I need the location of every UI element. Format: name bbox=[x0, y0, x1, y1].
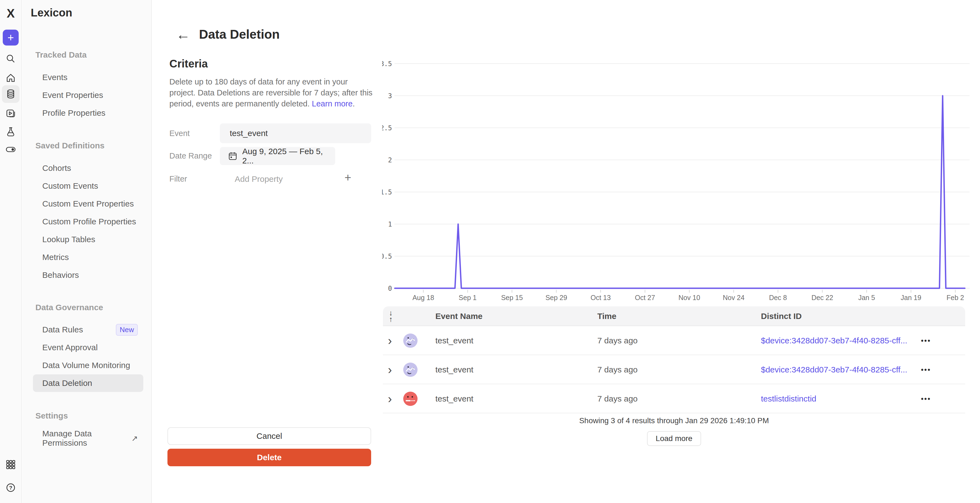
column-header-distinct-id[interactable]: Distinct ID bbox=[761, 306, 802, 326]
sidebar-item-custom-events[interactable]: Custom Events bbox=[33, 177, 143, 195]
sidebar-item-label: Profile Properties bbox=[42, 108, 105, 117]
criteria-heading: Criteria bbox=[169, 57, 208, 70]
event-label: Event bbox=[169, 129, 190, 138]
sidebar-item-events[interactable]: Events bbox=[33, 68, 143, 86]
table-row[interactable]: › test_event 7 days ago $device:3428dd07… bbox=[383, 326, 965, 355]
event-volume-chart: 00.511.522.533.5Aug 18Sep 1Sep 15Sep 29O… bbox=[382, 59, 975, 306]
delete-button[interactable]: Delete bbox=[167, 449, 371, 466]
row-event-name: test_event bbox=[435, 355, 473, 384]
back-arrow-icon[interactable]: ← bbox=[174, 26, 192, 43]
help-icon[interactable]: ? bbox=[2, 479, 19, 497]
ellipsis-icon[interactable]: ••• bbox=[921, 384, 931, 413]
event-input[interactable]: test_event bbox=[220, 124, 371, 143]
lexicon-sidebar: Lexicon Tracked Data Events Event Proper… bbox=[22, 0, 152, 503]
external-link-icon: ↗ bbox=[132, 434, 138, 443]
sidebar-item-event-approval[interactable]: Event Approval bbox=[33, 339, 143, 356]
sidebar-item-label: Custom Events bbox=[42, 181, 98, 190]
table-row[interactable]: › test_event 7 days ago testlistdistinct… bbox=[383, 384, 965, 413]
table-header-row: ↓↑ Event Name Time Distinct ID bbox=[383, 306, 965, 326]
sidebar-item-label: Cohorts bbox=[42, 163, 71, 173]
svg-text:0.5: 0.5 bbox=[382, 252, 392, 260]
svg-text:3: 3 bbox=[388, 92, 392, 100]
svg-text:Feb 2: Feb 2 bbox=[947, 294, 964, 301]
load-more-button[interactable]: Load more bbox=[647, 431, 702, 446]
row-distinct-id-link[interactable]: $device:3428dd07-3eb7-4f40-8285-cff... bbox=[761, 355, 907, 384]
learn-more-link[interactable]: Learn more bbox=[312, 99, 352, 108]
sidebar-item-label: Data Volume Monitoring bbox=[42, 361, 130, 370]
sidebar-item-lookup-tables[interactable]: Lookup Tables bbox=[33, 231, 143, 248]
date-range-picker[interactable]: Aug 9, 2025 — Feb 5, 2... bbox=[220, 147, 335, 165]
add-property-button[interactable]: Add Property bbox=[235, 175, 283, 184]
search-icon[interactable] bbox=[2, 50, 19, 67]
svg-text:1: 1 bbox=[388, 221, 392, 228]
experiments-icon[interactable] bbox=[2, 123, 19, 140]
row-distinct-id-link[interactable]: testlistdistinctid bbox=[761, 384, 816, 413]
svg-text:Jan 5: Jan 5 bbox=[858, 294, 875, 301]
svg-text:Dec 22: Dec 22 bbox=[811, 294, 833, 301]
sort-arrows-icon[interactable]: ↓↑ bbox=[389, 306, 393, 326]
feature-flags-icon[interactable] bbox=[2, 141, 19, 158]
column-header-event-name[interactable]: Event Name bbox=[435, 306, 483, 326]
row-distinct-id-link[interactable]: $device:3428dd07-3eb7-4f40-8285-cff... bbox=[761, 326, 907, 355]
sidebar-item-data-deletion[interactable]: Data Deletion bbox=[33, 374, 143, 392]
svg-text:?: ? bbox=[9, 485, 12, 491]
row-time: 7 days ago bbox=[597, 384, 638, 413]
sidebar-item-label: Metrics bbox=[42, 252, 69, 262]
sidebar-item-manage-data-permissions[interactable]: Manage Data Permissions ↗ bbox=[33, 430, 143, 447]
ellipsis-icon[interactable]: ••• bbox=[921, 355, 931, 384]
chevron-right-icon[interactable]: › bbox=[388, 384, 392, 413]
sidebar-item-label: Data Rules bbox=[42, 325, 83, 334]
svg-text:Dec 8: Dec 8 bbox=[769, 294, 787, 301]
results-summary: Showing 3 of 4 results through Jan 29 20… bbox=[383, 416, 965, 425]
svg-text:Jan 19: Jan 19 bbox=[900, 294, 921, 301]
boards-icon[interactable] bbox=[2, 105, 19, 122]
sidebar-item-behaviors[interactable]: Behaviors bbox=[33, 266, 143, 284]
settings-gear-icon[interactable]: ⚙ bbox=[2, 498, 19, 503]
sidebar-item-event-properties[interactable]: Event Properties bbox=[33, 86, 143, 104]
svg-text:Sep 29: Sep 29 bbox=[546, 294, 567, 301]
row-time: 7 days ago bbox=[597, 355, 638, 384]
svg-text:0: 0 bbox=[388, 285, 392, 292]
chevron-right-icon[interactable]: › bbox=[388, 326, 392, 355]
sidebar-section-saved-definitions: Saved Definitions bbox=[35, 141, 140, 150]
plus-icon[interactable]: + bbox=[345, 171, 352, 184]
sidebar-item-label: Custom Event Properties bbox=[42, 199, 134, 208]
coral-face-avatar bbox=[403, 392, 418, 406]
svg-text:1.5: 1.5 bbox=[382, 189, 392, 196]
sidebar-item-label: Lookup Tables bbox=[42, 235, 95, 244]
sidebar-item-metrics[interactable]: Metrics bbox=[33, 249, 143, 266]
row-event-name: test_event bbox=[435, 326, 473, 355]
table-row[interactable]: › test_event 7 days ago $device:3428dd07… bbox=[383, 355, 965, 384]
sidebar-item-label: Event Properties bbox=[42, 90, 103, 100]
filter-label: Filter bbox=[169, 175, 187, 184]
row-time: 7 days ago bbox=[597, 326, 638, 355]
apps-grid-icon[interactable] bbox=[2, 456, 19, 473]
sidebar-item-label: Events bbox=[42, 73, 68, 82]
lexicon-database-icon[interactable] bbox=[2, 85, 19, 103]
sidebar-item-data-rules[interactable]: Data Rules New bbox=[33, 321, 143, 338]
row-event-name: test_event bbox=[435, 384, 473, 413]
avatar bbox=[403, 384, 418, 413]
cancel-button[interactable]: Cancel bbox=[167, 427, 371, 445]
create-plus-button[interactable]: + bbox=[3, 30, 19, 46]
date-range-value: Aug 9, 2025 — Feb 5, 2... bbox=[242, 147, 336, 165]
sidebar-item-label: Custom Profile Properties bbox=[42, 217, 136, 226]
chevron-right-icon[interactable]: › bbox=[388, 355, 392, 384]
svg-text:Sep 1: Sep 1 bbox=[459, 294, 477, 301]
sidebar-item-profile-properties[interactable]: Profile Properties bbox=[33, 104, 143, 122]
svg-text:2: 2 bbox=[388, 156, 392, 164]
svg-text:Aug 18: Aug 18 bbox=[412, 294, 434, 301]
svg-text:2.5: 2.5 bbox=[382, 124, 392, 132]
home-icon[interactable] bbox=[2, 69, 19, 87]
svg-text:Nov 24: Nov 24 bbox=[723, 294, 745, 301]
sidebar-item-custom-profile-properties[interactable]: Custom Profile Properties bbox=[33, 213, 143, 230]
sidebar-item-data-volume-monitoring[interactable]: Data Volume Monitoring bbox=[33, 357, 143, 374]
svg-text:Oct 27: Oct 27 bbox=[635, 294, 655, 301]
sidebar-item-cohorts[interactable]: Cohorts bbox=[33, 159, 143, 177]
mixpanel-logo[interactable]: X bbox=[2, 5, 19, 22]
sidebar-item-custom-event-properties[interactable]: Custom Event Properties bbox=[33, 195, 143, 213]
calendar-icon bbox=[228, 151, 237, 161]
svg-text:Sep 15: Sep 15 bbox=[501, 294, 523, 301]
ellipsis-icon[interactable]: ••• bbox=[921, 326, 931, 355]
column-header-time[interactable]: Time bbox=[597, 306, 616, 326]
